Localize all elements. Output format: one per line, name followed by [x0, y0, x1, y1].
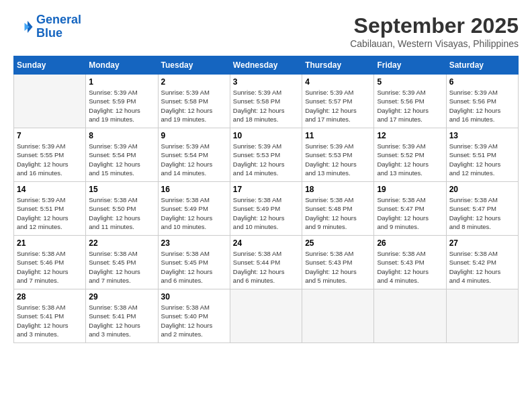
logo-text: General Blue: [36, 13, 81, 40]
calendar-cell: [446, 289, 518, 343]
calendar-cell: 28Sunrise: 5:38 AM Sunset: 5:41 PM Dayli…: [14, 289, 86, 343]
calendar-cell: 18Sunrise: 5:38 AM Sunset: 5:48 PM Dayli…: [302, 182, 374, 236]
day-info: Sunrise: 5:39 AM Sunset: 5:59 PM Dayligh…: [89, 88, 154, 124]
calendar-cell: 4Sunrise: 5:39 AM Sunset: 5:57 PM Daylig…: [302, 75, 374, 128]
weekday-header: Saturday: [446, 56, 518, 75]
day-number: 12: [377, 131, 443, 140]
day-number: 3: [233, 77, 299, 87]
calendar-week-row: 21Sunrise: 5:38 AM Sunset: 5:46 PM Dayli…: [14, 236, 519, 289]
day-info: Sunrise: 5:38 AM Sunset: 5:41 PM Dayligh…: [89, 303, 154, 338]
calendar-cell: 2Sunrise: 5:39 AM Sunset: 5:58 PM Daylig…: [158, 75, 230, 128]
day-number: 9: [161, 131, 227, 140]
day-number: 10: [233, 131, 299, 140]
calendar-week-row: 14Sunrise: 5:39 AM Sunset: 5:51 PM Dayli…: [14, 182, 519, 236]
month-year: September 2025: [350, 13, 519, 38]
weekday-header: Tuesday: [158, 56, 230, 75]
day-info: Sunrise: 5:39 AM Sunset: 5:54 PM Dayligh…: [161, 142, 227, 177]
calendar-cell: 16Sunrise: 5:38 AM Sunset: 5:49 PM Dayli…: [158, 182, 230, 236]
day-info: Sunrise: 5:38 AM Sunset: 5:43 PM Dayligh…: [305, 249, 371, 285]
page-header: General Blue September 2025 Cabilauan, W…: [13, 13, 519, 49]
calendar-cell: 14Sunrise: 5:39 AM Sunset: 5:51 PM Dayli…: [14, 182, 86, 236]
calendar-cell: 19Sunrise: 5:38 AM Sunset: 5:47 PM Dayli…: [374, 182, 446, 236]
calendar-cell: 1Sunrise: 5:39 AM Sunset: 5:59 PM Daylig…: [86, 75, 158, 128]
calendar-table: SundayMondayTuesdayWednesdayThursdayFrid…: [13, 56, 519, 343]
calendar-cell: 3Sunrise: 5:39 AM Sunset: 5:58 PM Daylig…: [230, 75, 302, 128]
day-info: Sunrise: 5:38 AM Sunset: 5:43 PM Dayligh…: [377, 249, 443, 285]
logo-line2: Blue: [36, 26, 62, 40]
day-info: Sunrise: 5:39 AM Sunset: 5:56 PM Dayligh…: [449, 88, 515, 124]
calendar-cell: 25Sunrise: 5:38 AM Sunset: 5:43 PM Dayli…: [302, 236, 374, 289]
calendar-cell: [374, 289, 446, 343]
calendar-cell: 11Sunrise: 5:39 AM Sunset: 5:53 PM Dayli…: [302, 128, 374, 182]
day-info: Sunrise: 5:39 AM Sunset: 5:57 PM Dayligh…: [305, 88, 371, 124]
day-number: 25: [305, 238, 371, 248]
calendar-week-row: 7Sunrise: 5:39 AM Sunset: 5:55 PM Daylig…: [14, 128, 519, 182]
calendar-cell: [230, 289, 302, 343]
day-info: Sunrise: 5:38 AM Sunset: 5:49 PM Dayligh…: [233, 195, 299, 231]
logo: General Blue: [13, 13, 81, 40]
day-number: 7: [17, 131, 83, 140]
calendar-cell: 24Sunrise: 5:38 AM Sunset: 5:44 PM Dayli…: [230, 236, 302, 289]
calendar-cell: 15Sunrise: 5:38 AM Sunset: 5:50 PM Dayli…: [86, 182, 158, 236]
day-info: Sunrise: 5:39 AM Sunset: 5:55 PM Dayligh…: [17, 142, 83, 177]
day-number: 24: [233, 238, 299, 248]
weekday-header: Sunday: [14, 56, 86, 75]
day-info: Sunrise: 5:38 AM Sunset: 5:49 PM Dayligh…: [161, 195, 227, 231]
calendar-cell: [302, 289, 374, 343]
title-block: September 2025 Cabilauan, Western Visaya…: [350, 13, 519, 49]
day-number: 4: [305, 77, 371, 87]
location: Cabilauan, Western Visayas, Philippines: [350, 38, 519, 49]
calendar-cell: [14, 75, 86, 128]
calendar-week-row: 1Sunrise: 5:39 AM Sunset: 5:59 PM Daylig…: [14, 75, 519, 128]
calendar-week-row: 28Sunrise: 5:38 AM Sunset: 5:41 PM Dayli…: [14, 289, 519, 343]
day-info: Sunrise: 5:39 AM Sunset: 5:56 PM Dayligh…: [377, 88, 443, 124]
day-number: 5: [377, 77, 443, 87]
calendar-cell: 20Sunrise: 5:38 AM Sunset: 5:47 PM Dayli…: [446, 182, 518, 236]
logo-icon: [13, 17, 34, 37]
calendar-cell: 22Sunrise: 5:38 AM Sunset: 5:45 PM Dayli…: [86, 236, 158, 289]
day-info: Sunrise: 5:39 AM Sunset: 5:51 PM Dayligh…: [449, 142, 515, 177]
day-number: 18: [305, 185, 371, 194]
day-info: Sunrise: 5:38 AM Sunset: 5:42 PM Dayligh…: [449, 249, 515, 285]
day-number: 23: [161, 238, 227, 248]
day-info: Sunrise: 5:38 AM Sunset: 5:47 PM Dayligh…: [449, 195, 515, 231]
day-info: Sunrise: 5:38 AM Sunset: 5:46 PM Dayligh…: [17, 249, 83, 285]
day-number: 28: [17, 292, 83, 302]
day-number: 26: [377, 238, 443, 248]
day-info: Sunrise: 5:39 AM Sunset: 5:53 PM Dayligh…: [305, 142, 371, 177]
day-info: Sunrise: 5:39 AM Sunset: 5:53 PM Dayligh…: [233, 142, 299, 177]
calendar-cell: 10Sunrise: 5:39 AM Sunset: 5:53 PM Dayli…: [230, 128, 302, 182]
day-number: 8: [89, 131, 154, 140]
day-info: Sunrise: 5:38 AM Sunset: 5:48 PM Dayligh…: [305, 195, 371, 231]
day-number: 1: [89, 77, 154, 87]
logo-line1: General: [36, 13, 81, 26]
day-number: 6: [449, 77, 515, 87]
calendar-cell: 29Sunrise: 5:38 AM Sunset: 5:41 PM Dayli…: [86, 289, 158, 343]
day-info: Sunrise: 5:39 AM Sunset: 5:52 PM Dayligh…: [377, 142, 443, 177]
day-number: 14: [17, 185, 83, 194]
calendar-cell: 27Sunrise: 5:38 AM Sunset: 5:42 PM Dayli…: [446, 236, 518, 289]
weekday-header: Thursday: [302, 56, 374, 75]
calendar-cell: 13Sunrise: 5:39 AM Sunset: 5:51 PM Dayli…: [446, 128, 518, 182]
calendar-cell: 21Sunrise: 5:38 AM Sunset: 5:46 PM Dayli…: [14, 236, 86, 289]
day-number: 19: [377, 185, 443, 194]
calendar-cell: 6Sunrise: 5:39 AM Sunset: 5:56 PM Daylig…: [446, 75, 518, 128]
day-info: Sunrise: 5:38 AM Sunset: 5:45 PM Dayligh…: [89, 249, 154, 285]
calendar-cell: 7Sunrise: 5:39 AM Sunset: 5:55 PM Daylig…: [14, 128, 86, 182]
calendar-cell: 30Sunrise: 5:38 AM Sunset: 5:40 PM Dayli…: [158, 289, 230, 343]
calendar-cell: 9Sunrise: 5:39 AM Sunset: 5:54 PM Daylig…: [158, 128, 230, 182]
day-number: 17: [233, 185, 299, 194]
day-number: 20: [449, 185, 515, 194]
day-info: Sunrise: 5:38 AM Sunset: 5:41 PM Dayligh…: [17, 303, 83, 338]
day-info: Sunrise: 5:39 AM Sunset: 5:51 PM Dayligh…: [17, 195, 83, 231]
day-number: 22: [89, 238, 154, 248]
day-info: Sunrise: 5:38 AM Sunset: 5:47 PM Dayligh…: [377, 195, 443, 231]
calendar-cell: 12Sunrise: 5:39 AM Sunset: 5:52 PM Dayli…: [374, 128, 446, 182]
day-info: Sunrise: 5:39 AM Sunset: 5:54 PM Dayligh…: [89, 142, 154, 177]
day-number: 13: [449, 131, 515, 140]
weekday-header: Wednesday: [230, 56, 302, 75]
weekday-header: Monday: [86, 56, 158, 75]
calendar-cell: 5Sunrise: 5:39 AM Sunset: 5:56 PM Daylig…: [374, 75, 446, 128]
calendar-cell: 17Sunrise: 5:38 AM Sunset: 5:49 PM Dayli…: [230, 182, 302, 236]
day-number: 2: [161, 77, 227, 87]
